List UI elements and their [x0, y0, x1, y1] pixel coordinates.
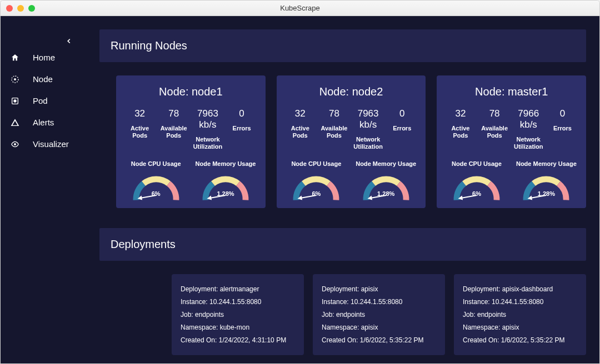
deployment-job: Job: endpoints — [463, 309, 577, 321]
window-title: KubeScrape — [280, 4, 320, 12]
deployment-created: Created On: 1/24/2022, 4:31:10 PM — [181, 334, 295, 347]
deployment-name: Deployment: apisix-dashboard — [463, 283, 577, 296]
deployment-instance: Instance: 10.244.1.55:8080 — [322, 296, 436, 309]
stat-label: Available Pods — [157, 125, 191, 139]
cpu-gauge: 6% — [123, 174, 189, 201]
window-controls[interactable] — [1, 5, 35, 12]
deployment-name: Deployment: apisix — [322, 283, 436, 296]
gauge-value: 1.28% — [377, 190, 394, 197]
stat-network: 7963 kb/s — [351, 108, 385, 130]
stat-active-pods: 32 — [443, 108, 477, 119]
deployment-job: Job: endpoints — [181, 309, 295, 321]
stat-label: Available Pods — [478, 125, 512, 139]
deployment-namespace: Namespace: kube-mon — [181, 321, 295, 334]
deployment-job: Job: endpoints — [322, 309, 436, 321]
running-nodes-header: Running Nodes — [99, 29, 586, 62]
sidebar-item-pod[interactable]: Pod — [1, 90, 86, 111]
sidebar-item-alerts[interactable]: Alerts — [1, 112, 86, 133]
sidebar-item-visualizer[interactable]: Visualizer — [1, 134, 86, 154]
deployment-card[interactable]: Deployment: apisixInstance: 10.244.1.55:… — [313, 274, 445, 355]
memory-gauge: 1.28% — [192, 174, 258, 201]
stat-available-pods: 78 — [157, 108, 191, 119]
sidebar-item-label: Node — [33, 74, 53, 84]
deployment-card[interactable]: Deployment: apisix-dashboardInstance: 10… — [454, 274, 586, 355]
stat-label: Errors — [546, 125, 579, 132]
gauge-value: 6% — [152, 190, 161, 197]
stat-label: Active Pods — [443, 125, 477, 139]
node-icon — [9, 75, 21, 84]
stat-label: Network Utilization — [351, 136, 385, 150]
stat-label: Active Pods — [123, 125, 157, 139]
cpu-gauge: 6% — [443, 174, 509, 201]
gauge-label-memory: Node Memory Usage — [353, 160, 419, 167]
stat-label: Active Pods — [283, 125, 317, 139]
memory-gauge: 1.28% — [513, 174, 579, 201]
stat-label: Network Utilization — [191, 136, 224, 150]
main-content[interactable]: Running Nodes Node: node1 32Active Pods … — [86, 16, 599, 363]
visualizer-icon — [9, 140, 21, 149]
stat-errors: 0 — [225, 108, 259, 119]
sidebar-item-label: Home — [33, 53, 55, 62]
stat-available-pods: 78 — [478, 108, 512, 119]
chevron-left-icon — [65, 37, 73, 45]
node-card[interactable]: Node: node2 32Active Pods 78Available Po… — [277, 75, 426, 208]
sidebar: Home Node Pod — [1, 16, 86, 363]
gauge-label-memory: Node Memory Usage — [513, 160, 579, 167]
gauge-label-cpu: Node CPU Usage — [123, 160, 189, 167]
sidebar-item-label: Visualizer — [33, 139, 69, 149]
deployments-header: Deployments — [99, 228, 586, 261]
node-title: Node: master1 — [443, 85, 579, 98]
memory-gauge: 1.28% — [353, 174, 419, 201]
pod-icon — [9, 97, 21, 105]
close-icon[interactable] — [6, 5, 13, 12]
gauge-value: 1.28% — [538, 190, 555, 197]
stat-label: Available Pods — [317, 125, 351, 139]
stat-network: 7966 kb/s — [512, 108, 546, 130]
gauge-label-memory: Node Memory Usage — [192, 160, 258, 167]
gauge-label-cpu: Node CPU Usage — [283, 160, 349, 167]
node-card[interactable]: Node: master1 32Active Pods 78Available … — [437, 75, 586, 208]
stat-errors: 0 — [385, 108, 419, 119]
gauge-value: 6% — [472, 190, 481, 197]
deployment-instance: Instance: 10.244.1.55:8080 — [463, 296, 577, 309]
stat-errors: 0 — [546, 108, 579, 119]
sidebar-item-label: Alerts — [33, 118, 54, 127]
svg-point-0 — [14, 78, 16, 80]
sidebar-item-node[interactable]: Node — [1, 69, 86, 89]
sidebar-item-home[interactable]: Home — [1, 47, 86, 68]
stat-network: 7963 kb/s — [191, 108, 224, 130]
gauge-value: 6% — [312, 190, 321, 197]
stat-active-pods: 32 — [283, 108, 317, 119]
sidebar-item-label: Pod — [33, 96, 48, 105]
cpu-gauge: 6% — [283, 174, 349, 201]
deployment-name: Deployment: alertmanager — [181, 283, 295, 296]
stat-active-pods: 32 — [123, 108, 157, 119]
collapse-sidebar-button[interactable] — [65, 36, 73, 48]
deployment-card[interactable]: Deployment: alertmanagerInstance: 10.244… — [172, 274, 304, 355]
titlebar: KubeScrape — [1, 1, 599, 16]
deployment-instance: Instance: 10.244.1.55:8080 — [181, 296, 295, 309]
stat-label: Errors — [385, 125, 419, 132]
maximize-icon[interactable] — [28, 5, 35, 12]
deployment-created: Created On: 1/6/2022, 5:35:22 PM — [322, 334, 436, 347]
node-title: Node: node1 — [123, 85, 259, 98]
node-title: Node: node2 — [283, 85, 419, 98]
deployment-namespace: Namespace: apisix — [322, 321, 436, 334]
stat-label: Network Utilization — [512, 136, 546, 150]
stat-available-pods: 78 — [317, 108, 351, 119]
home-icon — [9, 53, 21, 62]
svg-point-3 — [14, 100, 16, 102]
gauge-label-cpu: Node CPU Usage — [443, 160, 509, 167]
alerts-icon — [9, 118, 21, 127]
svg-point-4 — [14, 143, 16, 145]
deployment-created: Created On: 1/6/2022, 5:35:22 PM — [463, 334, 577, 347]
minimize-icon[interactable] — [17, 5, 24, 12]
stat-label: Errors — [225, 125, 259, 132]
deployment-namespace: Namespace: apisix — [463, 321, 577, 334]
node-card[interactable]: Node: node1 32Active Pods 78Available Po… — [116, 75, 266, 208]
gauge-value: 1.28% — [217, 190, 234, 197]
